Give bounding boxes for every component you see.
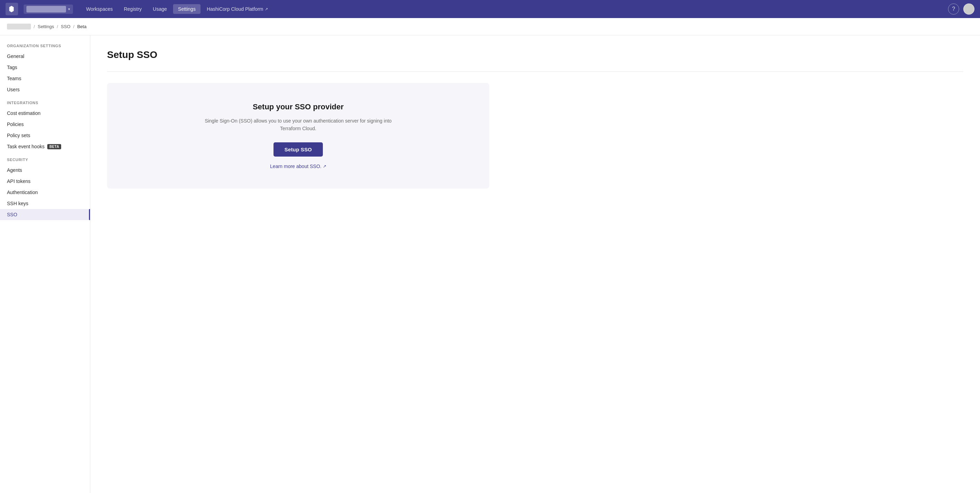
page-title: Setup SSO [107, 49, 963, 60]
breadcrumb-org[interactable]: ████ [7, 24, 31, 30]
sidebar-item-users[interactable]: Users [0, 84, 90, 95]
sidebar-item-agents[interactable]: Agents [0, 165, 90, 176]
external-link-icon: ↗ [265, 7, 268, 11]
task-event-hooks-label: Task event hooks [7, 144, 45, 149]
sidebar-item-sso[interactable]: SSO [0, 209, 90, 220]
hcp-label: HashiCorp Cloud Platform [207, 6, 263, 12]
sidebar-item-policy-sets[interactable]: Policy sets [0, 130, 90, 141]
user-avatar[interactable] [963, 3, 974, 14]
sidebar-item-authentication[interactable]: Authentication [0, 187, 90, 198]
sidebar-item-teams[interactable]: Teams [0, 73, 90, 84]
learn-more-link[interactable]: Learn more about SSO. ↗ [270, 163, 326, 169]
breadcrumb-sep-3: / [73, 24, 75, 29]
nav-usage[interactable]: Usage [148, 4, 172, 14]
breadcrumb-sep-1: / [34, 24, 35, 29]
learn-more-text: Learn more about SSO. [270, 163, 321, 169]
help-button[interactable]: ? [948, 3, 959, 14]
nav-settings[interactable]: Settings [173, 4, 200, 14]
title-divider [107, 71, 963, 72]
org-selector[interactable]: ████████ ▾ [24, 5, 73, 14]
nav-right: ? [948, 3, 974, 14]
learn-more-external-icon: ↗ [323, 164, 326, 169]
sidebar-item-cost-estimation[interactable]: Cost estimation [0, 108, 90, 119]
integrations-section-label: Integrations [0, 95, 90, 108]
sso-card-title: Setup your SSO provider [253, 102, 344, 111]
beta-badge: Beta [47, 144, 61, 149]
sidebar-item-policies[interactable]: Policies [0, 119, 90, 130]
main-layout: Organization settings General Tags Teams… [0, 35, 980, 493]
sidebar-item-ssh-keys[interactable]: SSH keys [0, 198, 90, 209]
breadcrumb-sep-2: / [57, 24, 58, 29]
sidebar-item-general[interactable]: General [0, 51, 90, 62]
top-navigation: ████████ ▾ Workspaces Registry Usage Set… [0, 0, 980, 18]
chevron-down-icon: ▾ [68, 7, 70, 11]
org-settings-section-label: Organization settings [0, 44, 90, 51]
breadcrumb: ████ / Settings / SSO / Beta [0, 18, 980, 35]
org-name: ████████ [26, 6, 66, 13]
security-section-label: Security [0, 152, 90, 165]
app-logo[interactable] [6, 3, 18, 15]
breadcrumb-settings[interactable]: Settings [38, 24, 54, 29]
nav-registry[interactable]: Registry [119, 4, 146, 14]
sidebar-item-tags[interactable]: Tags [0, 62, 90, 73]
nav-hcp[interactable]: HashiCorp Cloud Platform ↗ [202, 4, 273, 14]
sidebar: Organization settings General Tags Teams… [0, 35, 91, 493]
setup-sso-button[interactable]: Setup SSO [274, 142, 323, 157]
sso-setup-card: Setup your SSO provider Single Sign-On (… [107, 83, 489, 189]
sidebar-item-api-tokens[interactable]: API tokens [0, 176, 90, 187]
sso-card-description: Single Sign-On (SSO) allows you to use y… [194, 117, 402, 133]
breadcrumb-sso[interactable]: SSO [61, 24, 70, 29]
breadcrumb-beta: Beta [77, 24, 86, 29]
nav-workspaces[interactable]: Workspaces [81, 4, 118, 14]
main-content: Setup SSO Setup your SSO provider Single… [91, 35, 980, 493]
nav-links: Workspaces Registry Usage Settings Hashi… [81, 4, 945, 14]
sidebar-item-task-event-hooks[interactable]: Task event hooks Beta [0, 141, 90, 152]
